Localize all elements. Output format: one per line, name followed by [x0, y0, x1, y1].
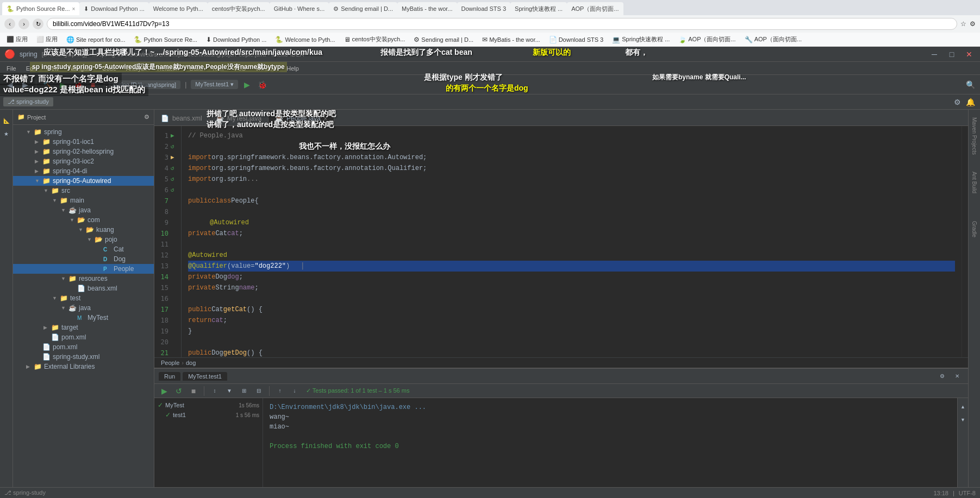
tab-beans-xml[interactable]: 📄 beans.xml [154, 111, 209, 125]
menu-build[interactable]: Build [185, 64, 207, 73]
tree-spring-root[interactable]: ▼ 📁 spring [13, 127, 154, 137]
gear-icon[interactable]: ⚙ [144, 114, 149, 121]
bookmark-sts[interactable]: 💻 Spring快速教程 ... [609, 34, 673, 45]
tab-close-btn[interactable]: × [72, 6, 75, 12]
menu-file[interactable]: File [2, 64, 21, 73]
tree-resources[interactable]: ▼ 📁 resources [13, 274, 154, 283]
bottom-tab-mytest[interactable]: MyTest.test1 [183, 372, 227, 381]
minimize-button[interactable]: ─ [928, 48, 941, 61]
toolbar-build-btn[interactable]: 🔨 [41, 78, 54, 91]
menu-edit[interactable]: Edit [22, 64, 41, 73]
bookmark-python[interactable]: 🐍 Python Source Re... [130, 35, 200, 45]
tree-external-libs[interactable]: ▶ 📁 External Libraries [13, 362, 154, 371]
bookmark-mybatis[interactable]: 📄 Download STS 3 [546, 35, 607, 45]
tree-target[interactable]: ▶ 📁 target [13, 323, 154, 332]
favorites-btn[interactable]: ★ [0, 127, 13, 140]
project-dropdown[interactable]: spring [D:\kuang\spring] [109, 80, 180, 89]
tab-5[interactable]: GitHub · Where s... [270, 2, 329, 15]
menu-navigate[interactable]: Navigate [64, 64, 96, 73]
bottom-panel-settings[interactable]: ⚙ [935, 370, 948, 383]
tree-spring05[interactable]: ▼ 📁 spring-05-Autowired [13, 176, 154, 186]
gradle-btn[interactable]: Gradle [970, 207, 979, 251]
collapse-btn[interactable]: ⊞ [238, 384, 251, 398]
bookmark-centos[interactable]: 🖥 centos中安装pych... [341, 34, 409, 45]
extensions-icon[interactable]: ⚙ [970, 20, 976, 28]
tree-beans-xml-main[interactable]: 📄 beans.xml [13, 283, 154, 293]
code-editor[interactable]: // People.java import org.springframewor… [182, 126, 962, 357]
run-config-run-btn[interactable]: ▶ [240, 78, 253, 91]
toolbar-stop-btn[interactable]: ■ [86, 78, 99, 91]
test-tree-mytest[interactable]: ✓ MyTest 1s 56ms [154, 400, 263, 410]
run-rerun-btn[interactable]: ↺ [172, 384, 185, 398]
close-window-button[interactable]: ✕ [963, 48, 976, 61]
filter-btn[interactable]: ▼ [223, 384, 236, 398]
bookmark-download[interactable]: ⬇ Download Python ... [203, 35, 270, 45]
tree-pom-root[interactable]: 📄 pom.xml [13, 342, 154, 352]
run-stop-btn[interactable]: ■ [187, 384, 200, 398]
notifications-btn[interactable]: 🔔 [964, 96, 977, 109]
bookmark-email[interactable]: ✉ MyBatis - the wor... [479, 35, 544, 45]
breadcrumb-people[interactable]: People [161, 360, 179, 366]
tab-close-people[interactable]: × [324, 116, 327, 122]
toolbar-run-btn[interactable]: ▶ [56, 78, 69, 91]
git-status[interactable]: ⎇ spring-study [4, 489, 46, 496]
tab-active[interactable]: 🐍 Python Source Re... × [2, 2, 79, 15]
ant-build-btn[interactable]: Ant Build [970, 161, 979, 204]
menu-code[interactable]: Code [98, 64, 121, 73]
run-config-dropdown[interactable]: MyTest.test1 ▾ [191, 80, 238, 89]
tab-3[interactable]: Welcome to Pyth... [149, 2, 208, 15]
tree-spring01[interactable]: ▶ 📁 spring-01-ioc1 [13, 137, 154, 147]
branch-indicator[interactable]: ⎇ spring-study [3, 97, 53, 106]
structure-btn[interactable]: 📐 [0, 114, 13, 127]
tree-mytest[interactable]: M MyTest [13, 313, 154, 323]
menu-refactor[interactable]: Refactor [153, 64, 184, 73]
prev-fail-btn[interactable]: ↑ [273, 384, 286, 398]
bookmark-github[interactable]: ⚙ Sending email | D... [410, 35, 477, 45]
expand-btn[interactable]: ⊟ [252, 384, 265, 398]
menu-view[interactable]: View [42, 64, 64, 73]
bookmark-aop[interactable]: 🔧 AOP（面向切面... [741, 34, 805, 45]
forward-button[interactable]: › [18, 18, 29, 29]
maximize-button[interactable]: □ [945, 48, 958, 61]
scroll-up-btn[interactable]: ▲ [957, 400, 969, 413]
tab-4[interactable]: centos中安装pych... [208, 2, 270, 15]
tree-com[interactable]: ▼ 📂 com [13, 215, 154, 225]
sort-btn[interactable]: ↕ [208, 384, 221, 398]
tab-people-java[interactable]: ☕ People.java × [269, 111, 334, 125]
tree-test-java[interactable]: ▼ ☕ java [13, 303, 154, 313]
bottom-panel-close[interactable]: ✕ [951, 370, 964, 383]
maven-projects-btn[interactable]: Maven Projects [970, 114, 979, 157]
tab-mytest-java[interactable]: ☕ MyTest.java [209, 111, 269, 125]
menu-window[interactable]: Window [251, 64, 281, 73]
menu-help[interactable]: Help [282, 64, 303, 73]
tree-java[interactable]: ▼ ☕ java [13, 205, 154, 215]
tree-main[interactable]: ▼ 📁 main [13, 196, 154, 205]
breadcrumb-dog[interactable]: dog [186, 360, 196, 366]
bookmark-spring[interactable]: 🍃 AOP（面向切面... [675, 34, 739, 45]
tree-kuang[interactable]: ▼ 📂 kuang [13, 225, 154, 235]
bottom-tab-run[interactable]: Run [159, 372, 180, 381]
menu-analyze[interactable]: Analyze [122, 64, 152, 73]
tree-cat[interactable]: C Cat [13, 244, 154, 254]
tree-spring-study-xml[interactable]: 📄 spring-study.xml [13, 352, 154, 362]
refresh-button[interactable]: ↻ [33, 18, 43, 29]
back-button[interactable]: ‹ [4, 18, 15, 29]
bookmark-apps-2[interactable]: ⬜ 应用 [33, 34, 61, 45]
toolbar-back-btn[interactable]: ◀ [3, 78, 16, 91]
tree-spring02[interactable]: ▶ 📁 spring-02-hellospring [13, 147, 154, 156]
test-tree-test1[interactable]: ✓ test1 1 s 56 ms [154, 410, 263, 420]
next-fail-btn[interactable]: ↓ [288, 384, 301, 398]
bookmark-welcome[interactable]: 🐍 Welcome to Pyth... [272, 35, 338, 45]
tree-people[interactable]: P People [13, 264, 154, 274]
tree-pom-spring05[interactable]: 📄 pom.xml [13, 332, 154, 342]
tree-spring03[interactable]: ▶ 📁 spring-03-ioc2 [13, 156, 154, 166]
tab-9[interactable]: Spring快速教程 ... [510, 2, 567, 15]
tree-dog[interactable]: D Dog [13, 254, 154, 264]
toolbar-forward-btn[interactable]: ▶ [18, 78, 32, 91]
bookmark-star[interactable]: ☆ [960, 20, 966, 28]
tab-7[interactable]: MyBatis - the wor... [397, 2, 457, 15]
tab-2[interactable]: ⬇ Download Python ... [79, 2, 148, 15]
settings-btn[interactable]: ⚙ [951, 96, 964, 109]
run-play-btn[interactable]: ▶ [158, 384, 171, 398]
run-config-debug-btn[interactable]: 🐞 [255, 78, 269, 91]
